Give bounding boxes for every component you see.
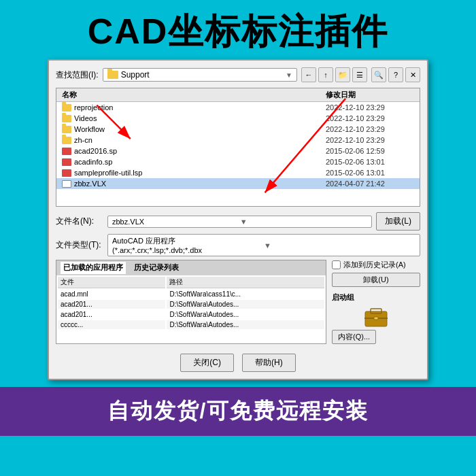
main-title: CAD坐标标注插件: [0, 0, 476, 59]
file-name: sampleprofile-util.lsp: [74, 169, 326, 177]
filetype-input[interactable]: AutoCAD 应用程序(*.arx;*.crx;*.lsp;*.dvb;*.d…: [107, 234, 420, 256]
help-button[interactable]: 帮助(H): [242, 354, 296, 372]
unload-button[interactable]: 卸载(U): [332, 273, 420, 287]
folder-icon: [62, 104, 71, 112]
table-cell-file: acad201...: [58, 310, 165, 319]
file-date: 2022-12-10 23:29: [326, 125, 414, 133]
briefcase-icon: [362, 305, 390, 328]
list-item-selected[interactable]: zbbz.VLX 2024-04-07 21:42: [56, 178, 420, 189]
close-icon-btn[interactable]: ✕: [405, 67, 420, 82]
col-file-header: 文件: [58, 277, 165, 288]
folder-icon: [62, 137, 71, 144]
help-icon-btn[interactable]: ?: [388, 67, 403, 82]
history-tab[interactable]: 历史记录列表: [131, 262, 182, 274]
section-header: 已加载的应用程序 历史记录列表: [56, 260, 326, 275]
filetype-row: 文件类型(T): AutoCAD 应用程序(*.arx;*.crx;*.lsp;…: [56, 234, 420, 256]
toolbar-icons: ← ↑ 📁 ☰: [301, 67, 367, 82]
filename-label: 文件名(N):: [56, 216, 103, 227]
file-name: Videos: [74, 114, 326, 122]
file-name: reprojection: [74, 103, 326, 112]
table-cell-file: acad201...: [58, 300, 165, 309]
table-cell-path: D:\SoftWara\Autodes...: [167, 310, 324, 319]
table-row[interactable]: acad201... D:\SoftWara\Autodes...: [58, 310, 324, 319]
file-date: 2022-12-10 23:29: [326, 136, 414, 144]
extra-toolbar: 🔍 ? ✕: [371, 67, 420, 82]
list-item[interactable]: acadinfo.sp 2015-02-06 13:01: [56, 156, 420, 167]
filetype-dropdown-arrow[interactable]: ▼: [264, 241, 415, 250]
list-item[interactable]: Workflow 2022-12-10 23:29: [56, 124, 420, 135]
file-name: acadinfo.sp: [74, 158, 326, 166]
file-name: zh-cn: [74, 136, 326, 144]
file-date: 2024-04-07 21:42: [326, 180, 414, 188]
new-folder-btn[interactable]: 📁: [335, 67, 350, 82]
bottom-section: 已加载的应用程序 历史记录列表 文件 路径 acad.mnl D:\SoftWa…: [56, 260, 420, 344]
search-bar: 查找范围(I): Support ▼ ← ↑ 📁 ☰ 🔍 ? ✕: [56, 67, 420, 82]
col-path-header: 路径: [167, 277, 324, 288]
file-list-header: 名称 修改日期: [56, 88, 420, 102]
loaded-table: 文件 路径 acad.mnl D:\SoftWara\cass11\c... a…: [56, 275, 326, 330]
right-panel: 添加到历史记录(A) 卸载(U) 启动组 内容(Q)...: [332, 260, 420, 344]
lsp-icon: [62, 158, 71, 166]
filename-row: 文件名(N): zbbz.VLX ▼ 加载(L): [56, 212, 420, 231]
filetype-label: 文件类型(T):: [56, 239, 103, 251]
file-date: 2015-02-06 13:01: [326, 169, 414, 177]
file-list-container: 名称 修改日期 reprojection 2022-12-10 23:29 Vi…: [56, 88, 420, 207]
main-dialog: 查找范围(I): Support ▼ ← ↑ 📁 ☰ 🔍 ? ✕ 名称: [48, 59, 428, 380]
lsp-icon: [62, 148, 71, 155]
search-btn[interactable]: 🔍: [371, 67, 386, 82]
search-label: 查找范围(I):: [56, 69, 99, 81]
file-name-workflow: Workflow: [74, 125, 326, 133]
table-cell-path: D:\SoftWara\Autodes...: [167, 320, 324, 329]
filename-dropdown-arrow[interactable]: ▼: [240, 218, 368, 226]
svg-rect-7: [374, 317, 378, 320]
filename-value: zbbz.VLX: [112, 218, 240, 226]
vlx-icon: [62, 180, 71, 188]
filename-input[interactable]: zbbz.VLX ▼: [107, 216, 372, 228]
startup-label: 启动组: [332, 292, 420, 303]
table-cell-path: D:\SoftWara\cass11\c...: [167, 290, 324, 299]
col-name-header: 名称: [62, 90, 326, 100]
action-buttons: 卸载(U): [332, 273, 420, 287]
file-date: 2015-02-06 13:01: [326, 158, 414, 166]
list-item[interactable]: zh-cn 2022-12-10 23:29: [56, 135, 420, 146]
list-item[interactable]: sampleprofile-util.lsp 2015-02-06 13:01: [56, 167, 420, 178]
list-item[interactable]: acad2016.sp 2015-02-06 12:59: [56, 146, 420, 156]
list-item[interactable]: reprojection 2022-12-10 23:29: [56, 102, 420, 113]
table-row[interactable]: acad.mnl D:\SoftWara\cass11\c...: [58, 290, 324, 299]
content-button[interactable]: 内容(Q)...: [332, 330, 376, 344]
search-dropdown-arrow[interactable]: ▼: [286, 71, 292, 79]
file-name: acad2016.sp: [74, 147, 326, 155]
bottom-bar: 关闭(C) 帮助(H): [56, 350, 420, 372]
close-button[interactable]: 关闭(C): [180, 354, 234, 372]
col-date-header: 修改日期: [326, 90, 414, 100]
table-cell-file: acad.mnl: [58, 290, 165, 299]
up-btn[interactable]: ↑: [318, 67, 333, 82]
table-cell-file: ccccc...: [58, 320, 165, 329]
promo-banner: 自动发货/可免费远程安装: [0, 387, 476, 436]
loaded-tab[interactable]: 已加载的应用程序: [61, 262, 126, 274]
folder-icon: [62, 126, 71, 133]
folder-icon: [62, 115, 71, 122]
folder-icon-sm: [107, 71, 118, 79]
file-date: 2022-12-10 23:29: [326, 114, 414, 122]
load-button[interactable]: 加载(L): [376, 212, 420, 231]
search-value: Support: [121, 70, 150, 80]
add-history-label: 添加到历史记录(A): [343, 260, 406, 270]
table-row[interactable]: acad201... D:\SoftWara\Autodes...: [58, 300, 324, 309]
table-cell-path: D:\SoftWara\Autodes...: [167, 300, 324, 309]
filetype-value: AutoCAD 应用程序(*.arx;*.crx;*.lsp;*.dvb;*.d…: [112, 236, 264, 254]
view-btn[interactable]: ☰: [352, 67, 367, 82]
loaded-apps-panel: 已加载的应用程序 历史记录列表 文件 路径 acad.mnl D:\SoftWa…: [56, 260, 326, 344]
table-row[interactable]: ccccc... D:\SoftWara\Autodes...: [58, 320, 324, 329]
file-date: 2015-02-06 12:59: [326, 147, 414, 155]
file-date: 2022-12-10 23:29: [326, 103, 414, 112]
search-input[interactable]: Support ▼: [103, 68, 297, 82]
lsp-icon: [62, 169, 71, 177]
back-btn[interactable]: ←: [301, 67, 316, 82]
list-item[interactable]: Videos 2022-12-10 23:29: [56, 113, 420, 124]
add-history-row: 添加到历史记录(A): [332, 260, 420, 270]
file-name-vlx: zbbz.VLX: [74, 180, 326, 188]
add-history-checkbox[interactable]: [332, 260, 341, 269]
